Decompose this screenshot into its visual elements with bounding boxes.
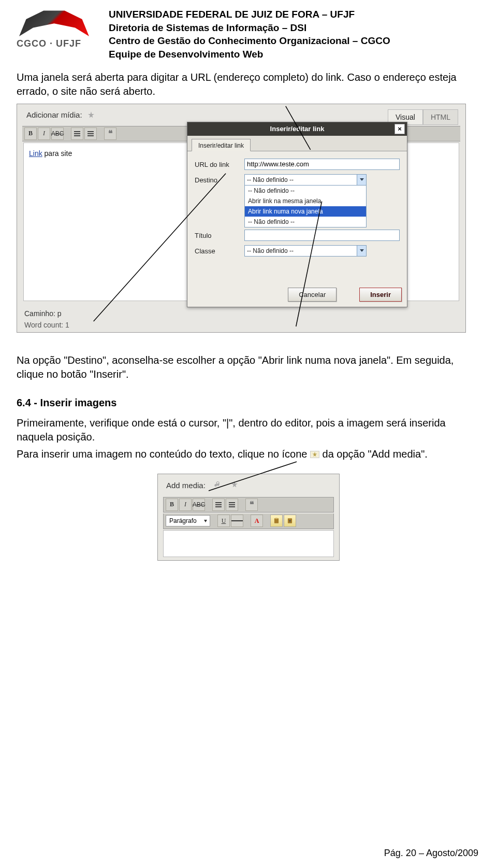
logo-text: CGCO · UFJF [17,38,99,49]
quote-button[interactable]: ❝ [245,499,258,511]
word-count-label: Word count: 1 [24,321,69,329]
numbered-list-button[interactable] [226,499,238,511]
insert-button[interactable]: Inserir [359,288,402,302]
paste-word-button[interactable]: T [284,515,296,527]
section-title: 6.4 - Inserir imagens [17,397,480,409]
header-line-2: Diretoria de Sistemas de Informação – DS… [109,21,390,35]
classe-label: Classe [195,245,244,255]
chevron-down-icon[interactable] [357,175,366,185]
text-color-button[interactable]: A [251,515,263,527]
italic-button[interactable]: I [179,499,192,511]
header-line-3: Centro de Gestão do Conhecimento Organiz… [109,34,390,48]
paragraph-2: Na opção "Destino", aconselha-se escolhe… [17,353,480,381]
document-header: CGCO · UFJF UNIVERSIDADE FEDERAL DE JUIZ… [17,8,480,61]
url-label: URL do link [195,159,244,168]
path-label: Caminho: p [24,309,62,318]
svg-line-7 [209,462,297,491]
screenshot-add-media: Add media: B I ABC ❝ Parágrafo [157,474,340,561]
link-modal: Inserir/editar link × Inserir/editar lin… [187,122,407,307]
classe-select[interactable]: -- Não definido -- [244,245,367,257]
bullet-list-button[interactable] [212,499,225,511]
titulo-label: Título [195,230,244,239]
paragraph-3: Primeiramente, verifique onde está o cur… [17,416,480,444]
logo: CGCO · UFJF [17,8,99,54]
destino-select[interactable]: -- Não definido -- [244,174,367,186]
destino-label: Destino [195,174,244,184]
bullet-list-button[interactable] [71,127,83,140]
annotation-arrow [188,462,302,493]
editor-text: Link para site [29,149,72,158]
tab-html[interactable]: HTML [423,109,458,125]
italic-button[interactable]: I [38,127,50,140]
paragraph-select[interactable]: Parágrafo [166,515,210,527]
paste-button[interactable] [270,515,283,527]
titulo-input[interactable] [244,230,400,241]
screenshot-link-dialog: Adicionar mídia: Visual HTML B I ABC ❝ L… [17,104,466,333]
svg-rect-3 [274,518,279,523]
numbered-list-button[interactable] [84,127,97,140]
svg-text:T: T [289,520,291,523]
dropdown-option[interactable]: Abrir link na mesma janela [245,196,366,206]
dropdown-option[interactable]: -- Não definido -- [245,217,366,227]
header-line-4: Equipe de Desenvolvimento Web [109,48,390,61]
destino-dropdown: -- Não definido -- Abrir link na mesma j… [244,185,367,227]
editor-toolbar-row2: Parágrafo U A T [163,514,334,529]
close-icon[interactable]: × [394,124,405,134]
strike-button[interactable]: ABC [51,127,64,140]
modal-tab[interactable]: Inserir/editar link [192,139,251,151]
dropdown-option[interactable]: -- Não definido -- [245,186,366,196]
page-footer: Pág. 20 – Agosto/2009 [384,848,478,859]
chevron-down-icon[interactable] [357,246,366,256]
paragraph-4: Para inserir uma imagem no conteúdo do t… [17,447,480,461]
modal-titlebar: Inserir/editar link × [187,122,407,136]
cancel-button[interactable]: Cancelar [288,288,337,302]
add-media-label: Adicionar mídia: [26,110,82,119]
header-line-1: UNIVERSIDADE FEDERAL DE JUIZ DE FORA – U… [109,8,390,21]
editor-area[interactable] [163,530,334,557]
bold-button[interactable]: B [166,499,178,511]
quote-button[interactable]: ❝ [104,127,116,140]
star-icon[interactable] [86,110,96,120]
strike-button[interactable]: ABC [193,499,205,511]
paragraph-1: Uma janela será aberta para digitar a UR… [17,70,480,98]
editor-toolbar-row1: B I ABC ❝ [163,497,334,513]
modal-title-text: Inserir/editar link [270,125,325,133]
dropdown-option-selected[interactable]: Abrir link numa nova janela [245,206,366,217]
header-lines: UNIVERSIDADE FEDERAL DE JUIZ DE FORA – U… [109,8,390,61]
align-justify-button[interactable] [231,515,243,527]
asterisk-icon [310,451,319,458]
url-input[interactable] [244,159,400,170]
svg-rect-4 [275,518,278,519]
bold-button[interactable]: B [24,127,37,140]
underline-button[interactable]: U [217,515,230,527]
